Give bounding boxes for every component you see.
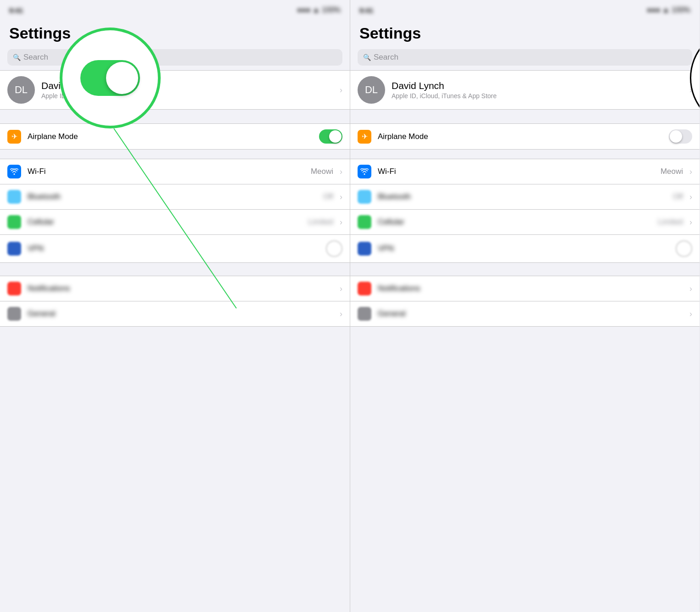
right-user-name: David Lynch xyxy=(392,80,683,91)
left-settings-header: Settings xyxy=(0,20,350,45)
left-row3-label: Cellular xyxy=(28,217,302,227)
left-magnify-circle xyxy=(60,28,161,128)
right-row5-icon xyxy=(358,282,371,295)
left-search-bar[interactable]: 🔍 Search xyxy=(7,49,342,66)
left-status-bar: 9:41 ●●● ▲ 100% xyxy=(0,0,350,20)
left-row-6[interactable]: General › xyxy=(0,301,350,326)
left-third-section: Notifications › General › xyxy=(0,276,350,327)
right-row2-chevron: › xyxy=(689,192,692,202)
left-row-2[interactable]: Bluetooth Off › xyxy=(0,184,350,210)
right-settings-title: Settings xyxy=(359,25,690,42)
left-search-placeholder: Search xyxy=(23,53,48,62)
left-row6-icon xyxy=(7,307,21,321)
right-row2-value: Off xyxy=(673,192,683,201)
right-row3-label: Cellular xyxy=(378,217,651,227)
right-status-bar: 9:41 ●●● ▲ 100% xyxy=(350,0,700,20)
right-row6-chevron: › xyxy=(689,309,692,319)
right-row4-label: VPN xyxy=(378,244,669,253)
right-wifi-chevron: › xyxy=(689,167,692,177)
right-user-profile-row[interactable]: DL David Lynch Apple ID, iCloud, iTunes … xyxy=(350,70,700,110)
right-row4-value xyxy=(676,240,692,257)
left-row-5[interactable]: Notifications › xyxy=(0,276,350,301)
right-search-placeholder: Search xyxy=(374,53,398,62)
right-wifi-label: Wi-Fi xyxy=(378,167,654,176)
left-row6-label: General xyxy=(28,309,333,318)
left-user-profile-row[interactable]: DL David Lynch Apple ID, iCloud, iTunes … xyxy=(0,70,350,110)
left-status-icons: ●●● ▲ 100% xyxy=(297,6,341,14)
left-row-3[interactable]: Cellular Limited › xyxy=(0,210,350,235)
left-row3-value: Limited xyxy=(308,217,333,227)
left-wifi-chevron: › xyxy=(340,167,342,177)
right-first-section: ✈ Airplane Mode xyxy=(350,123,700,150)
right-row3-value: Limited xyxy=(658,217,683,227)
right-row-6[interactable]: General › xyxy=(350,301,700,326)
right-time: 9:41 xyxy=(359,6,373,14)
left-wifi-icon xyxy=(7,165,21,178)
right-airplane-label: Airplane Mode xyxy=(378,132,662,141)
right-airplane-toggle[interactable] xyxy=(669,129,692,144)
left-airplane-row[interactable]: ✈ Airplane Mode xyxy=(0,124,350,149)
right-airplane-row[interactable]: ✈ Airplane Mode xyxy=(350,124,700,149)
right-avatar: DL xyxy=(358,76,385,104)
left-airplane-icon: ✈ xyxy=(7,130,21,144)
right-search-icon: 🔍 xyxy=(363,54,371,61)
right-row2-label: Bluetooth xyxy=(378,192,666,201)
left-row4-label: VPN xyxy=(28,244,319,253)
right-row6-icon xyxy=(358,307,371,321)
right-row2-icon xyxy=(358,190,371,204)
left-airplane-toggle[interactable] xyxy=(319,129,342,144)
right-status-icons: ●●● ▲ 100% xyxy=(647,6,690,14)
left-wifi-row[interactable]: Wi-Fi Meowi › xyxy=(0,159,350,184)
left-row2-icon xyxy=(7,190,21,204)
left-big-toggle-knob xyxy=(106,62,138,94)
right-row-4[interactable]: VPN xyxy=(350,235,700,262)
right-search-bar[interactable]: 🔍 Search xyxy=(358,49,692,66)
left-row-4[interactable]: VPN xyxy=(0,235,350,262)
right-row4-icon xyxy=(358,242,371,256)
left-row2-chevron: › xyxy=(340,192,342,202)
right-row-5[interactable]: Notifications › xyxy=(350,276,700,301)
right-second-section: Wi-Fi Meowi › Bluetooth Off › Cellular L… xyxy=(350,159,700,263)
left-first-section: ✈ Airplane Mode xyxy=(0,123,350,150)
left-wifi-value: Meowi xyxy=(311,167,333,176)
left-settings-title: Settings xyxy=(9,25,341,42)
right-user-info: David Lynch Apple ID, iCloud, iTunes & A… xyxy=(392,80,683,100)
right-wifi-icon xyxy=(358,165,371,178)
right-user-subtitle: Apple ID, iCloud, iTunes & App Store xyxy=(392,92,683,100)
left-row3-icon xyxy=(7,215,21,229)
right-row3-icon xyxy=(358,215,371,229)
left-row5-label: Notifications xyxy=(28,284,333,293)
right-row-3[interactable]: Cellular Limited › xyxy=(350,210,700,235)
right-airplane-icon: ✈ xyxy=(358,130,371,144)
left-row4-value xyxy=(326,240,342,257)
left-airplane-label: Airplane Mode xyxy=(28,132,313,141)
right-airplane-toggle-knob xyxy=(670,130,682,143)
right-settings-header: Settings xyxy=(350,20,700,45)
right-row5-chevron: › xyxy=(689,284,692,294)
left-user-chevron: › xyxy=(340,85,342,95)
left-time: 9:41 xyxy=(9,6,23,14)
right-third-section: Notifications › General › xyxy=(350,276,700,327)
left-search-icon: 🔍 xyxy=(13,54,21,61)
left-phone-panel: 9:41 ●●● ▲ 100% Settings 🔍 Search DL Dav… xyxy=(0,0,350,612)
left-second-section: Wi-Fi Meowi › Bluetooth Off › Cellular L… xyxy=(0,159,350,263)
left-wifi-label: Wi-Fi xyxy=(28,167,304,176)
left-row6-chevron: › xyxy=(340,309,342,319)
left-big-toggle xyxy=(80,60,140,96)
right-phone-panel: 9:41 ●●● ▲ 100% Settings 🔍 Search DL Dav… xyxy=(350,0,700,612)
left-row3-chevron: › xyxy=(340,217,342,227)
right-wifi-row[interactable]: Wi-Fi Meowi › xyxy=(350,159,700,184)
right-wifi-value: Meowi xyxy=(661,167,683,176)
left-avatar: DL xyxy=(7,76,35,104)
left-row5-chevron: › xyxy=(340,284,342,294)
left-row2-value: Off xyxy=(323,192,333,201)
left-row5-icon xyxy=(7,282,21,295)
right-row6-label: General xyxy=(378,309,683,318)
right-row-2[interactable]: Bluetooth Off › xyxy=(350,184,700,210)
left-airplane-toggle-knob xyxy=(329,130,342,143)
right-row3-chevron: › xyxy=(689,217,692,227)
left-row4-icon xyxy=(7,242,21,256)
right-row5-label: Notifications xyxy=(378,284,683,293)
left-row2-label: Bluetooth xyxy=(28,192,317,201)
